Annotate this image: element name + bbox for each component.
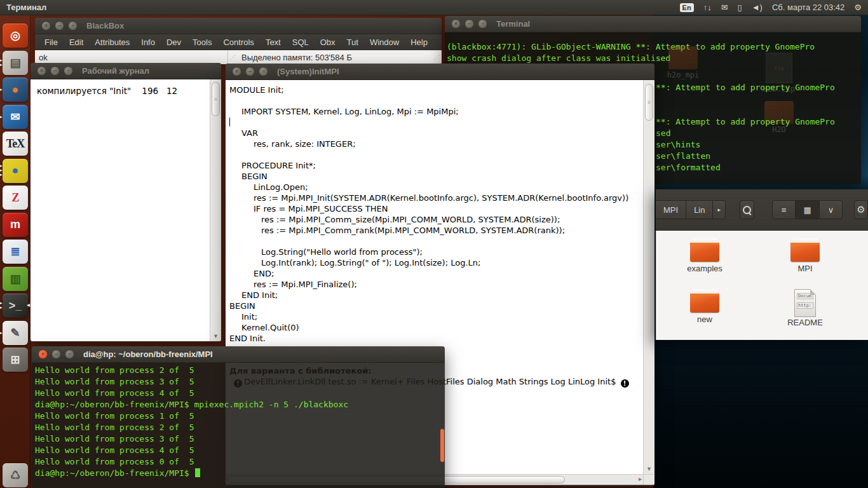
menu-obx[interactable]: Obx (315, 36, 341, 48)
workspace-switcher-icon: ⊞ (3, 348, 28, 372)
maximize-icon[interactable]: ▫ (64, 66, 73, 76)
terminal-top-titlebar[interactable]: × – ▫ Terminal (445, 16, 861, 32)
editor-titlebar[interactable]: × – ▫ (System)InitMPI (226, 64, 654, 80)
menu-tut[interactable]: Tut (341, 36, 364, 48)
launcher-item-libreoffice-writer[interactable]: ≣ (3, 240, 28, 264)
launcher-item-firefox[interactable]: ● (3, 78, 28, 102)
launcher-item-calibre-books[interactable]: ▥ (3, 267, 28, 291)
code-line: VAR (229, 128, 643, 139)
code-line: Kernel.Quit(0) (229, 322, 643, 333)
close-icon[interactable]: × (232, 67, 241, 76)
overlay-scrollbar[interactable] (440, 429, 444, 462)
journal-titlebar[interactable]: × – ▫ Рабочий журнал (31, 63, 221, 79)
file-item-mpi[interactable]: MPI (773, 238, 837, 288)
calibre-books-icon: ▥ (3, 267, 28, 291)
sync-arrows-icon[interactable]: ↑↓ (703, 3, 712, 12)
code-line: Init; (229, 311, 643, 322)
minimize-icon[interactable]: – (245, 67, 255, 76)
breadcrumb-lin[interactable]: Lin (686, 200, 712, 219)
volume-icon[interactable]: ◄) (752, 3, 763, 12)
close-icon[interactable]: × (41, 21, 51, 30)
journal-scrollbar[interactable]: ≡ ▼ (210, 79, 221, 341)
scroll-down-icon[interactable]: ▼ (644, 464, 654, 473)
terminal-app-icon: >_ (3, 294, 28, 318)
journal-content[interactable]: компилируется "Init" 196 12 ≡ ▼ (31, 79, 221, 341)
list-view-button[interactable]: ≡ (772, 200, 796, 219)
menu-dev[interactable]: Dev (161, 36, 187, 48)
editor-vscrollbar[interactable]: ≡ ▼ (643, 80, 654, 474)
commander-icon[interactable]: ! (621, 379, 629, 388)
terminal-bottom-window: × – ▫ dia@hp: ~/oberon/bb-freenix/MPI He… (32, 346, 445, 488)
menu-info[interactable]: Info (135, 36, 161, 48)
terminal-line: (blackbox:4771): GLib-GObject-WARNING **… (447, 41, 859, 53)
launcher-item-mendeley[interactable]: m (3, 213, 28, 237)
scrollbar-thumb[interactable]: ≡ (212, 82, 220, 116)
menu-tools[interactable]: Tools (187, 36, 217, 48)
keyboard-indicator[interactable]: En (680, 3, 694, 12)
menu-text[interactable]: Text (260, 36, 287, 48)
clock[interactable]: Сб. марта 22 03:42 (772, 3, 844, 12)
battery-icon[interactable]: ▯ (738, 3, 742, 12)
menu-controls[interactable]: Controls (217, 36, 259, 48)
file-item-examples[interactable]: examples (673, 238, 736, 288)
menu-edit[interactable]: Edit (64, 36, 89, 48)
menu-file[interactable]: File (39, 36, 64, 48)
file-item-readme[interactable]: Documhttp:README (773, 289, 837, 339)
window-title: Terminal (496, 19, 530, 29)
maximize-icon[interactable]: ▫ (65, 349, 74, 359)
maximize-icon[interactable]: ▫ (478, 19, 487, 29)
menu-window[interactable]: Window (364, 36, 405, 48)
text-cursor (229, 118, 230, 126)
code-line: BEGIN (229, 301, 643, 311)
breadcrumb-mpi[interactable]: MPI (656, 200, 686, 219)
close-icon[interactable]: × (451, 19, 461, 29)
launcher-item-thunderbird[interactable]: ✉ (3, 105, 28, 129)
mail-icon[interactable]: ✉ (721, 3, 728, 12)
blackbox-titlebar[interactable]: × – ▫ BlackBox (35, 18, 442, 34)
menu-attributes[interactable]: Attributes (89, 36, 135, 48)
terminal-line: Hello world from process 2 of 5 (35, 422, 445, 433)
minimize-icon[interactable]: – (465, 19, 474, 29)
folder-icon (690, 289, 719, 313)
launcher-item-workspace-switcher[interactable]: ⊞ (3, 348, 28, 372)
settings-gear-button[interactable]: ⚙ (854, 200, 868, 219)
folder-icon (668, 46, 698, 69)
zip-icon: zip (766, 53, 792, 83)
close-icon[interactable]: × (38, 349, 48, 359)
maximize-icon[interactable]: ▫ (68, 21, 78, 30)
file-label: new (673, 315, 736, 324)
minimize-icon[interactable]: – (55, 21, 64, 30)
gedit-icon: ✎ (3, 321, 28, 345)
session-gear-icon[interactable]: ⚙ (854, 3, 862, 12)
journal-window: × – ▫ Рабочий журнал компилируется "Init… (31, 63, 221, 342)
terminal-line: Hello world from process 1 of 5 (35, 410, 445, 422)
launcher-item-terminal-app[interactable]: >_ (3, 294, 28, 318)
code-line (229, 149, 643, 160)
thunderbird-icon: ✉ (3, 105, 28, 129)
launcher-item-texworks[interactable]: TeX (3, 132, 28, 156)
scroll-right-icon[interactable]: ▸ (639, 475, 642, 482)
search-button[interactable] (740, 200, 754, 219)
scroll-down-icon[interactable]: ▼ (210, 332, 221, 341)
file-item-new[interactable]: new (673, 289, 736, 339)
grid-view-button[interactable]: ▦ (796, 200, 819, 219)
document-icon: Documhttp: (794, 289, 816, 317)
minimize-icon[interactable]: – (51, 349, 61, 359)
maximize-icon[interactable]: ▫ (259, 67, 268, 76)
view-options-button[interactable]: ∨ (819, 200, 843, 219)
breadcrumb-caret[interactable]: ▸ (712, 200, 726, 219)
minimize-icon[interactable]: – (50, 66, 60, 76)
launcher-item-file-manager[interactable]: ▤ (3, 51, 28, 75)
terminal-bottom-content[interactable]: Hello world from process 2 of 5Hello wor… (32, 363, 445, 488)
launcher-item-zotero[interactable]: Z (3, 186, 28, 210)
terminal-bottom-titlebar[interactable]: × – ▫ dia@hp: ~/oberon/bb-freenix/MPI (32, 346, 445, 363)
menu-help[interactable]: Help (405, 36, 433, 48)
scrollbar-thumb[interactable]: ≡ (645, 84, 653, 121)
close-icon[interactable]: × (37, 66, 46, 76)
running-pips: ▸ (0, 330, 3, 335)
launcher-item-puzzle-app[interactable]: ● (3, 159, 28, 183)
menu-sql[interactable]: SQL (287, 36, 315, 48)
launcher-item-gedit[interactable]: ✎ (3, 321, 28, 345)
launcher-item-dash-home[interactable]: ◎ (3, 24, 28, 48)
launcher-item-trash[interactable]: ♺ (3, 463, 28, 487)
